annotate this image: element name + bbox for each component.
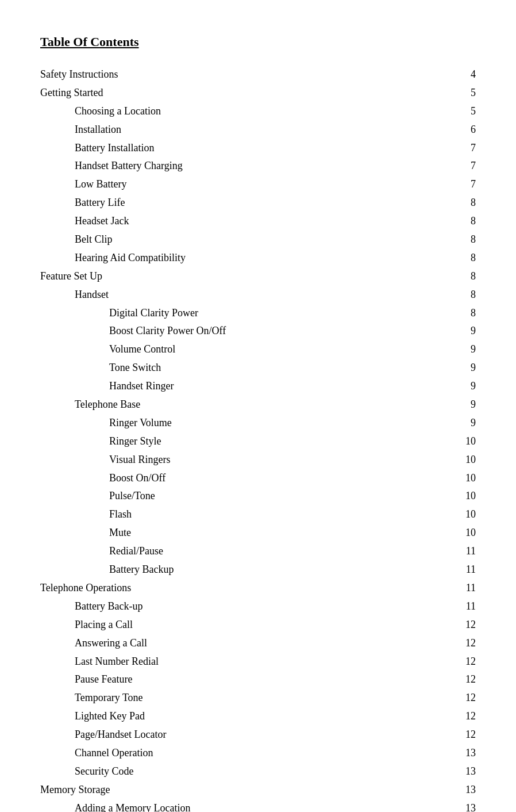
toc-entry-label: Headset Jack (40, 212, 410, 231)
toc-entry-page: 8 (410, 304, 476, 323)
toc-entry-page: 10 (410, 432, 476, 451)
toc-entry-label: Channel Operation (40, 744, 410, 763)
toc-row: Hearing Aid Compatibility8 (40, 249, 476, 267)
toc-row: Page/Handset Locator12 (40, 726, 476, 744)
toc-entry-page: 9 (410, 322, 476, 340)
page-title: Table Of Contents (40, 35, 476, 49)
toc-entry-label: Ringer Style (40, 432, 410, 451)
toc-row: Channel Operation13 (40, 744, 476, 763)
toc-entry-page: 10 (410, 505, 476, 524)
toc-entry-label: Installation (40, 121, 410, 139)
toc-row: Getting Started5 (40, 84, 476, 102)
toc-row: Ringer Volume9 (40, 414, 476, 432)
toc-row: Redial/Pause11 (40, 542, 476, 561)
toc-entry-label: Page/Handset Locator (40, 726, 410, 744)
toc-row: Low Battery7 (40, 175, 476, 194)
toc-entry-label: Safety Instructions (40, 66, 410, 84)
toc-entry-page: 8 (410, 249, 476, 267)
toc-entry-label: Battery Backup (40, 561, 410, 579)
toc-entry-page: 9 (410, 396, 476, 414)
toc-row: Adding a Memory Location13 (40, 799, 476, 812)
toc-entry-page: 13 (410, 763, 476, 781)
toc-entry-label: Mute (40, 524, 410, 542)
toc-entry-page: 9 (410, 359, 476, 377)
toc-row: Battery Installation7 (40, 139, 476, 158)
toc-entry-page: 8 (410, 231, 476, 249)
toc-entry-page: 4 (410, 66, 476, 84)
toc-row: Memory Storage13 (40, 781, 476, 799)
toc-row: Flash10 (40, 505, 476, 524)
toc-entry-label: Pulse/Tone (40, 487, 410, 505)
toc-entry-page: 12 (410, 689, 476, 707)
toc-row: Battery Back-up11 (40, 597, 476, 616)
toc-row: Temporary Tone12 (40, 689, 476, 707)
toc-row: Belt Clip8 (40, 231, 476, 249)
toc-entry-label: Battery Back-up (40, 597, 410, 616)
toc-entry-label: Getting Started (40, 84, 410, 102)
toc-entry-page: 7 (410, 139, 476, 158)
toc-entry-page: 8 (410, 194, 476, 212)
toc-entry-label: Belt Clip (40, 231, 410, 249)
toc-row: Safety Instructions4 (40, 66, 476, 84)
toc-entry-label: Battery Installation (40, 139, 410, 158)
toc-entry-label: Lighted Key Pad (40, 707, 410, 726)
toc-entry-page: 9 (410, 377, 476, 396)
toc-row: Choosing a Location5 (40, 102, 476, 121)
toc-entry-label: Telephone Base (40, 396, 410, 414)
toc-entry-page: 12 (410, 671, 476, 689)
toc-entry-page: 8 (410, 267, 476, 286)
toc-row: Handset Battery Charging7 (40, 157, 476, 175)
toc-entry-label: Low Battery (40, 175, 410, 194)
toc-entry-page: 12 (410, 726, 476, 744)
toc-row: Digital Clarity Power8 (40, 304, 476, 323)
toc-row: Boost On/Off10 (40, 469, 476, 488)
toc-row: Last Number Redial12 (40, 653, 476, 671)
toc-entry-label: Ringer Volume (40, 414, 410, 432)
toc-entry-label: Security Code (40, 763, 410, 781)
toc-entry-label: Memory Storage (40, 781, 410, 799)
toc-entry-label: Tone Switch (40, 359, 410, 377)
toc-entry-label: Boost On/Off (40, 469, 410, 488)
toc-entry-page: 13 (410, 744, 476, 763)
toc-row: Tone Switch9 (40, 359, 476, 377)
toc-entry-page: 13 (410, 799, 476, 812)
toc-row: Pulse/Tone10 (40, 487, 476, 505)
toc-entry-label: Visual Ringers (40, 451, 410, 469)
toc-row: Placing a Call12 (40, 616, 476, 634)
toc-row: Visual Ringers10 (40, 451, 476, 469)
toc-table: Safety Instructions4Getting Started5Choo… (40, 66, 476, 812)
toc-row: Answering a Call12 (40, 634, 476, 653)
toc-entry-label: Boost Clarity Power On/Off (40, 322, 410, 340)
toc-row: Boost Clarity Power On/Off9 (40, 322, 476, 340)
toc-entry-page: 13 (410, 781, 476, 799)
toc-entry-page: 12 (410, 653, 476, 671)
toc-entry-page: 5 (410, 102, 476, 121)
toc-entry-label: Adding a Memory Location (40, 799, 410, 812)
toc-row: Handset Ringer9 (40, 377, 476, 396)
toc-entry-label: Handset (40, 286, 410, 304)
toc-row: Handset8 (40, 286, 476, 304)
toc-entry-label: Temporary Tone (40, 689, 410, 707)
toc-row: Installation6 (40, 121, 476, 139)
toc-entry-label: Placing a Call (40, 616, 410, 634)
toc-entry-page: 12 (410, 616, 476, 634)
toc-row: Pause Feature12 (40, 671, 476, 689)
toc-entry-page: 12 (410, 634, 476, 653)
toc-entry-page: 12 (410, 707, 476, 726)
toc-entry-page: 10 (410, 524, 476, 542)
toc-entry-page: 10 (410, 451, 476, 469)
toc-row: Lighted Key Pad12 (40, 707, 476, 726)
toc-row: Feature Set Up8 (40, 267, 476, 286)
toc-entry-page: 7 (410, 175, 476, 194)
toc-row: Mute10 (40, 524, 476, 542)
toc-entry-label: Pause Feature (40, 671, 410, 689)
toc-entry-label: Answering a Call (40, 634, 410, 653)
toc-entry-label: Flash (40, 505, 410, 524)
toc-entry-page: 7 (410, 157, 476, 175)
toc-entry-label: Last Number Redial (40, 653, 410, 671)
toc-entry-page: 11 (410, 597, 476, 616)
toc-row: Ringer Style10 (40, 432, 476, 451)
toc-row: Security Code13 (40, 763, 476, 781)
toc-entry-page: 9 (410, 414, 476, 432)
toc-row: Battery Backup11 (40, 561, 476, 579)
